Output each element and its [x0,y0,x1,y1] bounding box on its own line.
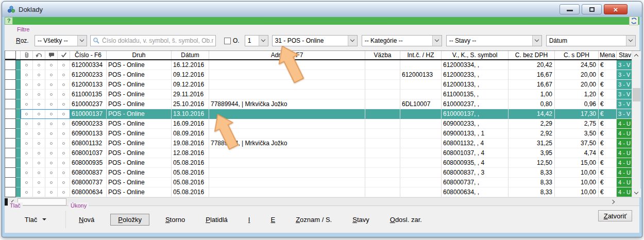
cell-druh[interactable]: POS - Online [107,148,172,158]
vertical-scrollbar[interactable] [632,51,640,197]
col-header-datum[interactable]: Dátum [172,51,209,59]
cell-vazba[interactable] [365,80,400,90]
titlebar[interactable]: Doklady × [2,2,642,17]
cell-vazba[interactable] [365,168,400,178]
cell-vazba[interactable] [365,187,400,197]
row-selector[interactable] [5,129,16,139]
close-window-button[interactable]: Zatvoriť [598,210,632,221]
cell-vazba[interactable] [365,158,400,168]
cell-bez-dph[interactable]: 3,95 [509,148,555,158]
row-selector[interactable] [5,178,16,187]
row-selector[interactable] [5,139,16,148]
cell-adresa[interactable] [209,178,365,187]
cell-datum[interactable]: 13.10.2016 [172,109,209,119]
cell-bez-dph[interactable]: 31,25 [509,139,555,148]
close-button[interactable]: × [604,4,628,14]
cell-bez-dph[interactable]: 20,42 [509,60,555,70]
cell-datum[interactable]: 05.08.2016 [172,178,209,187]
row-selector[interactable] [5,119,16,129]
cell-cislo[interactable]: 609000233 [70,119,107,129]
cell-s-dph[interactable]: 15,00 [555,158,599,168]
cell-symbol[interactable]: 612000133, , [442,80,509,90]
cell-cislo[interactable]: 609000133 [70,129,107,139]
table-row[interactable]: 608001037POS - Online12.08.2016608001037… [5,148,640,158]
cell-mena[interactable]: € [599,187,617,197]
action-button-odosl-zar[interactable]: Odosl. zar. [385,214,427,226]
cell-vazba[interactable] [365,139,400,148]
cell-cislo[interactable]: 608000935 [70,158,107,168]
cell-s-dph[interactable]: 10,00 [555,168,599,178]
row-selector[interactable] [5,90,16,99]
cell-s-dph[interactable]: 1,20 [555,90,599,99]
cell-adresa[interactable] [209,129,365,139]
cell-cislo[interactable]: 610000237 [70,99,107,109]
cell-adresa[interactable] [209,158,365,168]
scroll-right-button[interactable] [609,198,618,206]
cell-vazba[interactable] [365,70,400,80]
cell-bez-dph[interactable]: 16,67 [509,80,555,90]
action-button-e[interactable]: E [266,214,280,226]
cell-mena[interactable]: € [599,119,617,129]
cell-symbol[interactable]: 608000634, , [442,187,509,197]
col-header-vazba[interactable]: Väzba [365,51,400,59]
row-selector[interactable] [5,99,16,109]
refresh-button[interactable] [629,16,638,25]
cell-adresa[interactable]: 77889944, | Mrkvička Jožko [209,139,365,148]
col-header-druh[interactable]: Druh [107,51,172,59]
maximize-button[interactable] [582,4,602,14]
cell-intc[interactable] [400,60,442,70]
action-button-stavy[interactable]: Stavy [348,214,374,226]
cell-druh[interactable]: POS - Online [107,70,172,80]
cell-datum[interactable]: 19.08.2016 [172,139,209,148]
cell-bez-dph[interactable]: 16,67 [509,70,555,80]
cell-druh[interactable]: POS - Online [107,178,172,187]
cell-s-dph[interactable]: 2,75 [555,119,599,129]
cell-datum[interactable]: 09.12.2016 [172,70,209,80]
cell-bez-dph[interactable]: 1,00 [509,90,555,99]
cell-mena[interactable]: € [599,158,617,168]
cell-druh[interactable]: POS - Online [107,187,172,197]
row-selector[interactable] [5,109,16,119]
paperclip-icon[interactable] [21,51,33,59]
cell-mena[interactable]: € [599,168,617,178]
check-icon[interactable] [58,51,70,59]
cell-vazba[interactable] [365,119,400,129]
cell-cislo[interactable]: 612000233 [70,70,107,80]
cell-mena[interactable]: € [599,70,617,80]
table-row[interactable]: 610000237POS - Online25.10.201677889944,… [5,99,640,109]
cell-s-dph[interactable]: 10,00 [555,187,599,197]
cell-druh[interactable]: POS - Online [107,139,172,148]
cell-vazba[interactable] [365,60,400,70]
cell-adresa[interactable]: 77889944, | Mrkvička Jožko [209,99,365,109]
cell-datum[interactable]: 08.09.2016 [172,129,209,139]
cell-vazba[interactable] [365,178,400,187]
cell-mena[interactable]: € [599,80,617,90]
cell-mena[interactable]: € [599,129,617,139]
row-selector[interactable] [5,187,16,197]
cell-datum[interactable]: 25.10.2016 [172,99,209,109]
search-box[interactable] [90,35,216,46]
cell-adresa[interactable] [209,60,365,70]
col-header-stav[interactable]: Stav [617,51,632,59]
cell-datum[interactable]: 05.08.2016 [172,187,209,197]
cell-intc[interactable] [400,80,442,90]
row-selector[interactable] [5,70,16,80]
cell-s-dph[interactable]: 24,50 [555,60,599,70]
cell-cislo[interactable]: 612000133 [70,80,107,90]
cell-druh[interactable]: POS - Online [107,99,172,109]
cell-intc[interactable] [400,187,442,197]
cell-bez-dph[interactable]: 8,33 [509,187,555,197]
cell-druh[interactable]: POS - Online [107,90,172,99]
table-row[interactable]: 608001132POS - Online19.08.201677889944,… [5,139,640,148]
cell-adresa[interactable] [209,109,365,119]
cell-adresa[interactable] [209,70,365,80]
minimize-button[interactable] [560,4,580,14]
cell-adresa[interactable] [209,168,365,178]
cell-symbol[interactable]: 611000135, , [442,90,509,99]
cell-datum[interactable]: 16.09.2016 [172,119,209,129]
col-header-adresa[interactable]: Adresa - F7 [209,51,365,59]
table-row[interactable]: 608000634POS - Online05.08.2016608000634… [5,187,640,197]
cell-mena[interactable]: € [599,109,617,119]
comment-icon[interactable] [45,51,58,59]
cell-intc[interactable] [400,129,442,139]
